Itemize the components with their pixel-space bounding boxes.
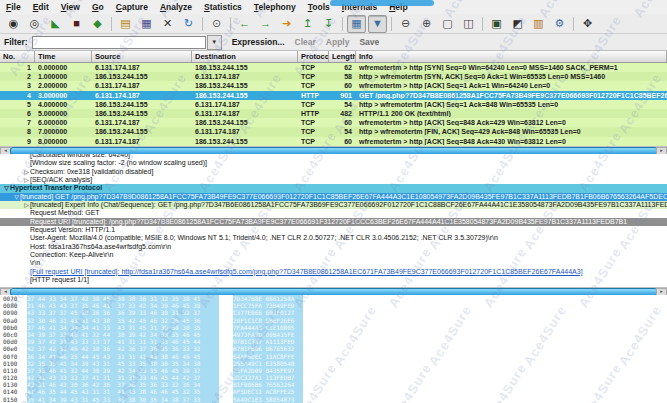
zoom-in-icon[interactable]: ⊕ xyxy=(417,15,436,33)
open-capture-icon[interactable]: ▤ xyxy=(116,15,135,33)
column-header-protocol[interactable]: Protocol xyxy=(298,51,329,62)
hex-row[interactable]: 015035 41 34 39 43 31 45 33 35 38 30 35 … xyxy=(0,396,667,403)
hex-row[interactable]: 013042 31 46 42 30 36 42 36 37 36 35 36 … xyxy=(0,381,667,388)
packet-cell: 901 xyxy=(329,92,356,99)
go-to-packet-icon[interactable]: ➜ xyxy=(277,15,296,33)
hex-row[interactable]: 007037 44 33 34 37 42 38 45 30 38 36 31 … xyxy=(0,295,667,302)
menu-go[interactable]: Go xyxy=(86,2,110,12)
close-capture-icon[interactable]: ✕ xyxy=(158,15,177,33)
detail-line[interactable]: Request Version: HTTP/1.1 xyxy=(0,226,667,234)
go-to-top-icon[interactable]: ↥ xyxy=(298,15,317,33)
detail-line[interactable]: Connection: Keep-Alive\r\n xyxy=(0,251,667,259)
packet-cell: 2 xyxy=(0,73,35,80)
packet-cell: TCP xyxy=(298,73,329,80)
detail-line[interactable]: [Window size scaling factor: -2 (no wind… xyxy=(0,159,667,167)
detail-line[interactable]: [Full request URI [truncated]: http://fd… xyxy=(0,268,667,276)
hex-row[interactable]: 00c034 39 37 33 46 41 32 44 30 39 42 34 … xyxy=(0,331,667,338)
clear-button[interactable]: Clear xyxy=(295,37,316,47)
detail-line[interactable]: [HTTP request 1/1] xyxy=(0,276,667,284)
hex-row[interactable]: 010032 35 35 41 34 39 43 31 45 33 35 38 … xyxy=(0,360,667,367)
column-header-info[interactable]: Info xyxy=(356,51,667,62)
reload-capture-icon[interactable]: ↻ xyxy=(179,15,198,33)
menu-telephony[interactable]: Telephony xyxy=(248,2,302,12)
packet-list-hscrollbar[interactable]: ◂ ▸ xyxy=(0,146,667,154)
detail-line[interactable]: Request Method: GET xyxy=(0,209,667,217)
column-header-source[interactable]: Source xyxy=(92,51,192,62)
resize-columns-icon[interactable]: ◫ xyxy=(459,15,478,33)
detail-line[interactable]: \r\n xyxy=(0,259,667,267)
detail-line[interactable]: Request URI [truncated]: /png.php?7D347B… xyxy=(0,218,667,226)
hex-row[interactable]: 00a032 30 46 31 43 31 43 38 35 42 45 46 … xyxy=(0,317,667,324)
capture-options-icon[interactable]: ◎ xyxy=(25,15,44,33)
expander-closed-icon[interactable]: ▷ xyxy=(23,168,30,176)
hex-row[interactable]: 00b037 46 41 34 34 34 41 33 43 31 45 31 … xyxy=(0,324,667,331)
zoom-out-icon[interactable]: ⊖ xyxy=(396,15,415,33)
save-capture-icon[interactable]: ▦ xyxy=(137,15,156,33)
preferences-icon[interactable]: ⚙ xyxy=(550,15,569,33)
expander-open-icon[interactable]: ▽ xyxy=(3,184,10,192)
colorize-list-toggle-icon[interactable]: ▦ xyxy=(347,15,366,33)
hex-row[interactable]: 012042 31 43 33 33 37 41 31 31 31 33 46 … xyxy=(0,374,667,381)
packet-row-2[interactable]: 21.000000186.153.244.1556.131.174.187TCP… xyxy=(0,72,667,81)
detail-line[interactable]: ▷Checksum: 0xe318 [validation disabled] xyxy=(0,168,667,176)
menu-file[interactable]: File xyxy=(0,2,27,12)
autoscroll-toggle-icon[interactable]: ▼ xyxy=(368,15,387,33)
packet-row-4[interactable]: 43.0000006.131.174.187186.153.244.155HTT… xyxy=(0,91,667,100)
hex-row[interactable]: 00f036 34 41 46 35 44 45 43 31 31 41 43 … xyxy=(0,353,667,360)
go-to-bottom-icon[interactable]: ↧ xyxy=(319,15,338,33)
packet-cell: wfremotertm > http [ACK] Seq=1 Ack=1 Win… xyxy=(356,82,667,89)
hex-row[interactable]: 00d039 37 42 31 43 33 33 37 41 31 31 31 … xyxy=(0,338,667,345)
go-back-icon[interactable]: ← xyxy=(235,15,254,33)
menu-capture[interactable]: Capture xyxy=(110,2,154,12)
packet-cell: 186.153.244.155 xyxy=(92,73,192,80)
packet-row-3[interactable]: 32.0000006.131.174.187186.153.244.155TCP… xyxy=(0,81,667,90)
save-button[interactable]: Save xyxy=(359,37,379,47)
filter-input[interactable] xyxy=(32,36,206,49)
column-header-destination[interactable]: Destination xyxy=(192,51,298,62)
coloring-rules-icon[interactable]: ▥ xyxy=(529,15,548,33)
packet-row-5[interactable]: 54.000000186.153.244.1556.131.174.187TCP… xyxy=(0,100,667,109)
detail-line[interactable]: ▽[truncated] GET /png.php?7D347B9D086125… xyxy=(0,193,667,201)
apply-button[interactable]: Apply xyxy=(326,37,350,47)
expander-open-icon[interactable]: ▽ xyxy=(13,193,20,201)
go-forward-icon[interactable]: → xyxy=(256,15,275,33)
menu-statistics[interactable]: Statistics xyxy=(198,2,248,12)
hex-row[interactable]: 011037 33 46 41 32 44 30 39 42 34 33 35 … xyxy=(0,367,667,374)
packet-cell: HTTP xyxy=(298,92,329,99)
column-header-time[interactable]: Time xyxy=(35,51,92,62)
packet-row-7[interactable]: 76.0000006.131.174.187186.153.244.155TCP… xyxy=(0,118,667,127)
details-hscrollbar[interactable]: ◂ ▸ xyxy=(0,287,667,295)
packet-row-8[interactable]: 87.000000186.153.244.1556.131.174.187TCP… xyxy=(0,127,667,136)
packet-row-6[interactable]: 65.000000186.153.244.1556.131.174.187HTT… xyxy=(0,109,667,118)
find-packet-icon[interactable]: ⊙ xyxy=(207,15,226,33)
capture-restart-icon[interactable]: ◆ xyxy=(88,15,107,33)
detail-line[interactable]: Host: fdsa1ra367hs64a.ase4wrfsdfg5.com\r… xyxy=(0,243,667,251)
expander-closed-icon[interactable]: ▷ xyxy=(23,201,30,209)
detail-line[interactable]: User-Agent: Mozilla/4.0 (compatible; MSI… xyxy=(0,234,667,242)
hex-row[interactable]: 00e042 37 42 31 46 42 30 36 42 36 37 36 … xyxy=(0,345,667,352)
capture-filters-icon[interactable]: ▣ xyxy=(487,15,506,33)
expander-closed-icon[interactable]: ▷ xyxy=(23,176,30,184)
packet-row-1[interactable]: 10.0000006.131.174.187186.153.244.155TCP… xyxy=(0,63,667,72)
menu-view[interactable]: View xyxy=(55,2,86,12)
detail-line[interactable]: ▷[SEQ/ACK analysis] xyxy=(0,176,667,184)
hex-offset: 0100 xyxy=(0,360,25,367)
display-filters-icon[interactable]: ◩ xyxy=(508,15,527,33)
hex-row[interactable]: 014041 46 35 44 45 43 31 31 41 43 38 46 … xyxy=(0,388,667,395)
column-header-no[interactable]: No. xyxy=(0,51,35,62)
filter-dropdown-button[interactable]: ▼ xyxy=(207,35,222,50)
resize-all-icon[interactable]: ✥ xyxy=(578,15,597,33)
menu-edit[interactable]: Edit xyxy=(27,2,55,12)
detail-line[interactable]: ▷[truncated] Expert Info (Chat/Sequence)… xyxy=(0,201,667,209)
detail-line[interactable]: ▽Hypertext Transfer Protocol xyxy=(0,184,667,192)
interface-list-icon[interactable]: ◉ xyxy=(4,15,23,33)
packet-row-9[interactable]: 98.0000006.131.174.187186.153.244.155TCP… xyxy=(0,137,667,146)
column-header-length[interactable]: Length xyxy=(329,51,356,62)
capture-stop-icon[interactable]: ■ xyxy=(67,15,86,33)
hex-row[interactable]: 008031 46 43 43 37 35 46 41 37 33 42 34 … xyxy=(0,302,667,309)
normal-size-icon[interactable]: ▢ xyxy=(438,15,457,33)
menu-analyze[interactable]: Analyze xyxy=(154,2,198,12)
expression-button[interactable]: Expression... xyxy=(232,37,285,47)
capture-start-icon[interactable]: ◣ xyxy=(46,15,65,33)
hex-row[interactable]: 009043 33 37 37 45 30 36 36 36 39 33 46 … xyxy=(0,309,667,316)
